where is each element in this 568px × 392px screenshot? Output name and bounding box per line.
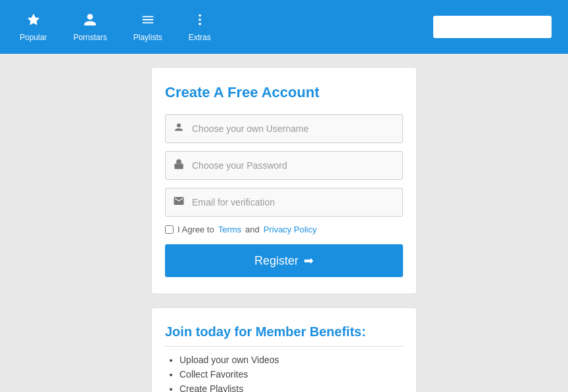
terms-checkbox[interactable]: [165, 225, 174, 234]
popular-label: Popular: [20, 33, 47, 42]
extras-icon: [193, 12, 207, 30]
register-label: Register: [254, 254, 298, 268]
pornstars-icon: [83, 12, 97, 30]
playlists-label: Playlists: [133, 33, 162, 42]
main-content: Create A Free Account: [0, 54, 568, 392]
nav-item-popular[interactable]: Popular: [7, 0, 60, 54]
email-input[interactable]: [192, 197, 396, 207]
playlists-icon: [141, 12, 155, 30]
pornstars-label: Pornstars: [73, 33, 106, 42]
svg-point-1: [199, 18, 201, 21]
nav-item-pornstars[interactable]: Pornstars: [60, 0, 120, 54]
register-arrow-icon: ➡: [304, 253, 314, 268]
username-input[interactable]: [192, 123, 396, 134]
register-card: Create A Free Account: [151, 67, 417, 294]
svg-point-2: [199, 22, 201, 25]
terms-link[interactable]: Terms: [218, 225, 241, 234]
navbar: Popular Pornstars Playlists: [0, 0, 568, 54]
terms-agree-text: I Agree to: [178, 225, 214, 234]
benefits-card: Join today for Member Benefits: Upload y…: [151, 307, 417, 392]
benefits-list: Upload your own VideosCollect FavoritesC…: [165, 355, 403, 392]
email-icon: [172, 195, 185, 209]
register-button[interactable]: Register ➡: [165, 244, 403, 277]
register-title: Create A Free Account: [165, 84, 403, 101]
username-group: [165, 114, 403, 143]
terms-row: I Agree to Terms and Privacy Policy: [165, 225, 403, 234]
svg-point-3: [177, 123, 181, 127]
password-group: [165, 151, 403, 180]
svg-rect-4: [174, 163, 183, 169]
email-group: [165, 188, 403, 217]
nav-items: Popular Pornstars Playlists: [7, 0, 224, 54]
benefits-title: Join today for Member Benefits:: [165, 324, 403, 347]
search-input[interactable]: [433, 16, 552, 38]
popular-icon: [26, 12, 41, 30]
benefits-list-item: Upload your own Videos: [179, 355, 403, 365]
svg-point-0: [199, 14, 201, 16]
benefits-list-item: Collect Favorites: [179, 369, 403, 380]
username-icon: [172, 121, 185, 136]
password-input[interactable]: [192, 160, 396, 171]
password-icon: [172, 158, 185, 173]
benefits-list-item: Create Playlists: [179, 383, 403, 392]
nav-item-extras[interactable]: Extras: [176, 0, 224, 54]
privacy-link[interactable]: Privacy Policy: [264, 225, 317, 234]
nav-item-playlists[interactable]: Playlists: [120, 0, 176, 54]
extras-label: Extras: [189, 33, 211, 42]
and-text: and: [245, 225, 260, 234]
